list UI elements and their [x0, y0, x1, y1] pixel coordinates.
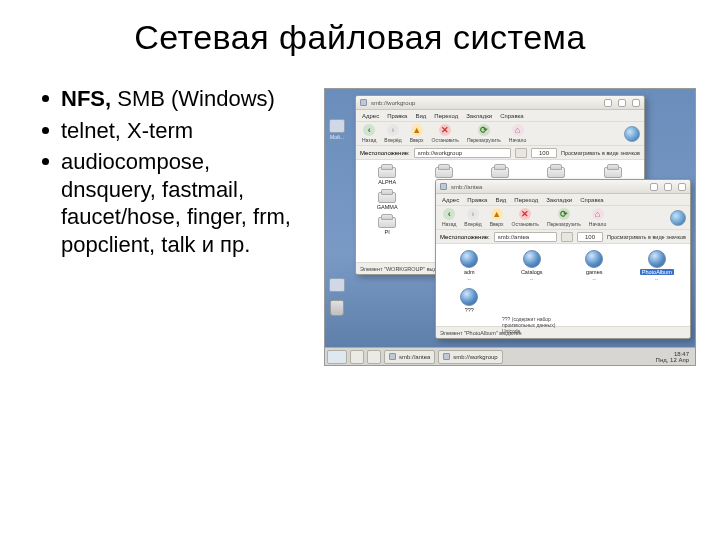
bullet-item: NFS, SMB (Windows) [42, 85, 300, 113]
desktop-trash[interactable] [329, 300, 345, 316]
stop-icon: ✕ [439, 124, 451, 136]
menu-item[interactable]: Справка [500, 113, 524, 119]
window-icon [360, 99, 367, 106]
window-icon [389, 353, 396, 360]
go-button[interactable] [561, 232, 573, 242]
menu-item[interactable]: Переход [434, 113, 458, 119]
window-titlebar[interactable]: smb://antea [436, 180, 690, 194]
window-close-button[interactable] [632, 99, 640, 107]
go-button[interactable] [515, 148, 527, 158]
reload-button[interactable]: ⟳Перезагрузить [545, 208, 583, 227]
zoom-control[interactable]: 100 [531, 148, 557, 158]
share-item[interactable]: adm-- [440, 250, 499, 282]
home-icon: ⌂ [592, 208, 604, 220]
bullet-item: telnet, X-term [42, 117, 300, 145]
desktop-icon[interactable] [329, 278, 345, 292]
location-bar: Местоположение: smb://workgroup 100 Прос… [356, 146, 644, 160]
menu-item[interactable]: Адрес [362, 113, 379, 119]
start-button[interactable] [327, 350, 347, 364]
share-item[interactable]: ??? [440, 288, 499, 313]
launcher-button[interactable] [367, 350, 381, 364]
zoom-control[interactable]: 100 [577, 232, 603, 242]
stop-button[interactable]: ✕Остановить [510, 208, 541, 227]
back-button[interactable]: ‹Назад [440, 208, 458, 227]
throbber-icon [624, 126, 640, 142]
share-item[interactable]: Catalogs-- [503, 250, 562, 282]
server-icon [491, 164, 509, 178]
window-minimize-button[interactable] [604, 99, 612, 107]
taskbar-window-button[interactable]: smb://workgroup [438, 350, 502, 364]
bullet-item: audiocompose, dnsquery, fastmail, faucet… [42, 148, 300, 258]
forward-icon: › [467, 208, 479, 220]
desktop-icon[interactable]: Мой... [329, 119, 345, 140]
server-icon [378, 214, 396, 228]
network-host-item[interactable]: ALPHA [360, 164, 414, 185]
network-host-item[interactable]: PI [360, 214, 414, 235]
menu-item[interactable]: Адрес [442, 197, 459, 203]
window-close-button[interactable] [678, 183, 686, 191]
network-host-item[interactable]: GAMMA [360, 189, 414, 210]
up-button[interactable]: ▲Вверх [488, 208, 506, 227]
server-icon [435, 164, 453, 178]
home-button[interactable]: ⌂Начало [507, 124, 528, 143]
taskbar-window-button[interactable]: smb://antea [384, 350, 435, 364]
bullet-dot-icon [42, 95, 49, 102]
menu-item[interactable]: Закладки [546, 197, 572, 203]
file-browser-window-host[interactable]: smb://antea Адрес Правка Вид Переход Зак… [435, 179, 691, 339]
window-maximize-button[interactable] [664, 183, 672, 191]
location-input[interactable]: smb://workgroup [414, 148, 511, 158]
share-item[interactable]: games-- [565, 250, 624, 282]
share-icon [523, 250, 541, 268]
share-icon [460, 288, 478, 306]
clock[interactable]: 18:47Пнд, 12 Апр [656, 351, 693, 363]
window-minimize-button[interactable] [650, 183, 658, 191]
share-icon [648, 250, 666, 268]
menu-item[interactable]: Правка [387, 113, 407, 119]
location-input[interactable]: smb://antea [494, 232, 557, 242]
window-icon [440, 183, 447, 190]
view-mode-select[interactable]: Просматривать в виде значков [607, 234, 686, 240]
menu-item[interactable]: Переход [514, 197, 538, 203]
share-description: ??? (содержит набор произвольных данных)… [502, 316, 555, 334]
forward-button[interactable]: ›Вперёд [462, 208, 483, 227]
status-bar: Элемент "PhotoAlbum" выделен [436, 326, 690, 338]
reload-button[interactable]: ⟳Перезагрузить [465, 124, 503, 143]
menu-item[interactable]: Вид [495, 197, 506, 203]
window-titlebar[interactable]: smb://workgroup [356, 96, 644, 110]
home-icon: ⌂ [512, 124, 524, 136]
file-pane[interactable]: adm-- Catalogs-- games-- PhotoAlbum-- ??… [436, 244, 690, 326]
bullet-text: NFS, SMB (Windows) [61, 85, 275, 113]
folder-icon [329, 278, 345, 292]
window-title: smb://workgroup [371, 100, 415, 106]
slide-title: Сетевая файловая система [0, 18, 720, 57]
screenshot-figure: Мой... smb://workgroup Адрес Правка Вид … [324, 88, 696, 366]
location-bar: Местоположение: smb://antea 100 Просматр… [436, 230, 690, 244]
menu-item[interactable]: Закладки [466, 113, 492, 119]
share-icon [585, 250, 603, 268]
view-mode-select[interactable]: Просматривать в виде значков [561, 150, 640, 156]
home-button[interactable]: ⌂Начало [587, 208, 608, 227]
back-button[interactable]: ‹Назад [360, 124, 378, 143]
back-icon: ‹ [443, 208, 455, 220]
share-icon [460, 250, 478, 268]
throbber-icon [670, 210, 686, 226]
menu-item[interactable]: Справка [580, 197, 604, 203]
up-button[interactable]: ▲Вверх [408, 124, 426, 143]
up-icon: ▲ [491, 208, 503, 220]
window-maximize-button[interactable] [618, 99, 626, 107]
location-label: Местоположение: [440, 234, 490, 240]
back-icon: ‹ [363, 124, 375, 136]
stop-button[interactable]: ✕Остановить [430, 124, 461, 143]
launcher-button[interactable] [350, 350, 364, 364]
bullet-list: NFS, SMB (Windows) telnet, X-term audioc… [0, 85, 310, 262]
stop-icon: ✕ [519, 208, 531, 220]
server-icon [547, 164, 565, 178]
menu-item[interactable]: Правка [467, 197, 487, 203]
bullet-dot-icon [42, 127, 49, 134]
menubar: Адрес Правка Вид Переход Закладки Справк… [356, 110, 644, 122]
forward-button[interactable]: ›Вперёд [382, 124, 403, 143]
menu-item[interactable]: Вид [415, 113, 426, 119]
bullet-text: audiocompose, dnsquery, fastmail, faucet… [61, 148, 300, 258]
share-item-selected[interactable]: PhotoAlbum-- [628, 250, 687, 282]
location-label: Местоположение: [360, 150, 410, 156]
